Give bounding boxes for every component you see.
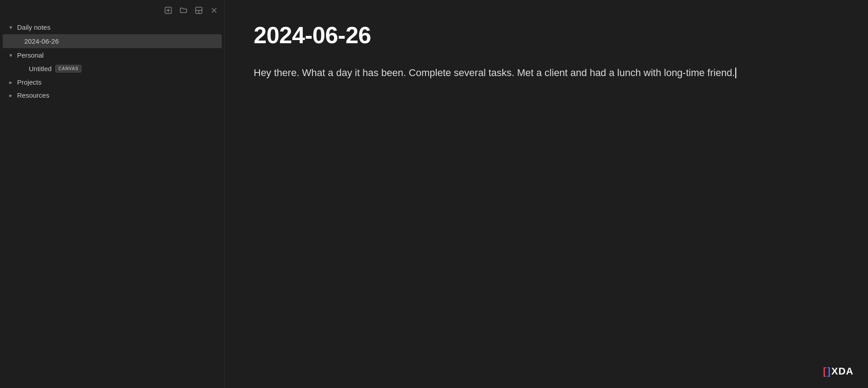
new-note-icon[interactable] [163, 5, 173, 15]
sidebar-toolbar [0, 4, 224, 19]
sidebar-item-2024-06-26[interactable]: 2024-06-26 [3, 34, 222, 48]
sidebar-item-projects[interactable]: ► Projects [0, 76, 224, 89]
untitled-label: Untitled [29, 65, 52, 72]
sidebar-item-daily-notes[interactable]: ▼ Daily notes [0, 21, 224, 34]
xda-bracket-right: ] [827, 365, 830, 377]
text-cursor [735, 68, 736, 78]
personal-label: Personal [17, 51, 44, 59]
new-folder-icon[interactable] [179, 5, 188, 15]
note-title: 2024-06-26 [254, 22, 839, 49]
note-text: Hey there. What a day it has been. Compl… [254, 67, 735, 78]
sidebar-item-personal[interactable]: ▼ Personal [0, 49, 224, 62]
sidebar: ▼ Daily notes 2024-06-26 ▼ Personal Unti… [0, 0, 225, 388]
daily-notes-label: Daily notes [17, 23, 50, 31]
resources-label: Resources [17, 91, 49, 99]
layout-icon[interactable] [194, 5, 204, 15]
chevron-down-icon: ▼ [7, 24, 14, 31]
sidebar-content: ▼ Daily notes 2024-06-26 ▼ Personal Unti… [0, 19, 224, 388]
xda-watermark: [ ] XDA [823, 365, 854, 377]
sidebar-item-resources[interactable]: ► Resources [0, 89, 224, 102]
chevron-down-icon-personal: ▼ [7, 52, 14, 59]
xda-bracket-left: [ [823, 365, 826, 377]
note-body[interactable]: Hey there. What a day it has been. Compl… [254, 65, 748, 81]
projects-label: Projects [17, 78, 41, 86]
canvas-badge: CANVAS [55, 65, 81, 72]
date-note-label: 2024-06-26 [24, 37, 59, 45]
chevron-right-icon-resources: ► [7, 92, 14, 99]
sidebar-item-untitled-canvas[interactable]: Untitled CANVAS [0, 62, 224, 76]
close-icon[interactable] [209, 5, 219, 15]
chevron-right-icon-projects: ► [7, 79, 14, 86]
xda-text: XDA [832, 365, 854, 377]
main-content: 2024-06-26 Hey there. What a day it has … [225, 0, 868, 388]
